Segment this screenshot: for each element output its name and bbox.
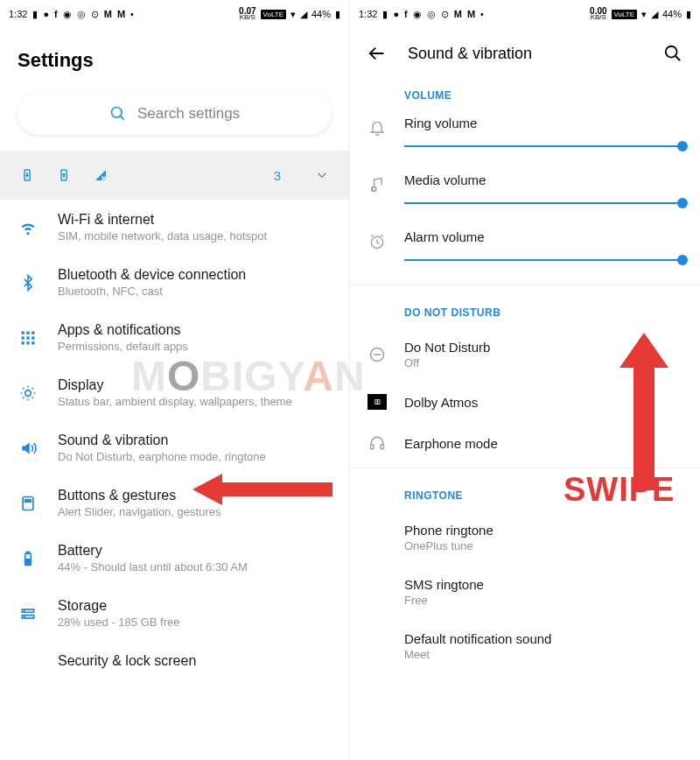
- app-icon-m1: M: [454, 9, 462, 19]
- item-dolby-atmos[interactable]: ▯▯ Dolby Atmos: [350, 382, 700, 422]
- item-title: Default notification sound: [404, 631, 682, 646]
- svg-rect-7: [22, 336, 24, 339]
- item-battery[interactable]: Battery44% - Should last until about 6:3…: [0, 531, 349, 586]
- svg-point-0: [111, 108, 122, 118]
- svg-rect-30: [371, 445, 374, 449]
- svg-rect-4: [22, 331, 24, 334]
- item-title: Dolby Atmos: [404, 395, 682, 410]
- svg-rect-15: [25, 499, 28, 502]
- svg-rect-18: [26, 552, 29, 553]
- battery-status-icon: ▮: [382, 9, 388, 20]
- item-wifi-internet[interactable]: Wi-Fi & internetSIM, mobile network, dat…: [0, 200, 349, 255]
- battery-icon: ▮: [335, 9, 340, 20]
- item-title: Wi-Fi & internet: [58, 212, 332, 228]
- svg-rect-31: [381, 445, 383, 449]
- app-icon: ⊙: [91, 9, 99, 20]
- item-title: Sound & vibration: [58, 433, 332, 448]
- item-default-notification[interactable]: Default notification soundMeet: [350, 619, 700, 673]
- svg-rect-8: [26, 336, 29, 339]
- item-title: Earphone mode: [404, 436, 682, 451]
- item-title: Storage: [58, 598, 332, 614]
- item-title: Display: [58, 377, 332, 393]
- alarm-volume-slider[interactable]: [404, 255, 682, 265]
- item-sub: Free: [404, 594, 682, 607]
- chevron-down-icon[interactable]: [314, 167, 330, 183]
- alarm-icon: [368, 233, 386, 250]
- battery-percent: 44%: [662, 9, 682, 19]
- item-title: Phone ringtone: [404, 523, 682, 538]
- svg-rect-19: [26, 559, 31, 564]
- item-title: Do Not Disturb: [404, 340, 682, 355]
- item-sub: Meet: [404, 648, 682, 661]
- instagram-icon: ◎: [427, 9, 436, 20]
- svg-rect-5: [26, 331, 29, 334]
- spotify-icon: ●: [393, 9, 399, 19]
- item-title: Apps & notifications: [58, 322, 332, 338]
- signal-icon: ◢: [300, 9, 307, 20]
- item-phone-ringtone[interactable]: Phone ringtoneOnePlus tune: [350, 510, 700, 565]
- svg-line-25: [676, 56, 681, 61]
- item-storage[interactable]: Storage28% used - 185 GB free: [0, 586, 349, 641]
- data-speed: 0.07KB/S: [239, 8, 256, 20]
- ring-volume-row: Ring volume: [350, 110, 700, 167]
- item-title: Security & lock screen: [58, 653, 332, 669]
- svg-rect-6: [32, 331, 34, 334]
- search-placeholder: Search settings: [137, 105, 240, 123]
- item-earphone-mode[interactable]: Earphone mode: [350, 422, 700, 464]
- suggestions-bar[interactable]: 3: [0, 151, 349, 200]
- signal-off-icon: [93, 167, 108, 183]
- item-sub: Permissions, default apps: [58, 340, 332, 353]
- back-icon[interactable]: [368, 44, 387, 63]
- app-icon-m2: M: [467, 9, 475, 19]
- app-icon-m1: M: [104, 9, 112, 19]
- brightness-icon: [19, 384, 37, 402]
- item-display[interactable]: DisplayStatus bar, ambient display, wall…: [0, 365, 349, 420]
- alarm-volume-row: Alarm volume: [350, 224, 700, 281]
- section-ringtone: RINGTONE: [350, 468, 700, 510]
- item-sub: OnePlus tune: [404, 539, 682, 552]
- item-sub: Bluetooth, NFC, cast: [58, 285, 332, 298]
- item-sub: Alert Slider, navigation, gestures: [58, 505, 332, 518]
- item-sms-ringtone[interactable]: SMS ringtoneFree: [350, 565, 700, 619]
- item-buttons-gestures[interactable]: Buttons & gesturesAlert Slider, navigati…: [0, 475, 349, 531]
- bluetooth-icon: [19, 274, 37, 292]
- item-sub: 44% - Should last until about 6:30 AM: [58, 560, 332, 574]
- battery-up-icon: [56, 167, 72, 183]
- media-volume-row: Media volume: [350, 167, 700, 224]
- section-dnd: DO NOT DISTURB: [350, 285, 700, 327]
- svg-rect-14: [23, 496, 33, 510]
- page-title: Settings: [0, 25, 349, 93]
- status-bar: 1:32 ▮ ● f ◉ ◎ ⊙ M M • 0.00KB/S VoLTE ▾ …: [350, 0, 700, 25]
- svg-rect-9: [32, 336, 34, 339]
- clock: 1:32: [9, 9, 27, 19]
- messenger-icon: ◉: [413, 9, 422, 20]
- item-sub: Off: [404, 356, 682, 369]
- item-sound-vibration[interactable]: Sound & vibrationDo Not Disturb, earphon…: [0, 420, 349, 475]
- dnd-icon: [368, 346, 386, 363]
- more-icon: •: [130, 9, 134, 19]
- search-settings[interactable]: Search settings: [18, 93, 332, 135]
- sound-icon: [19, 440, 37, 457]
- item-title: Battery: [58, 543, 332, 559]
- volte-badge: VoLTE: [261, 10, 286, 19]
- more-icon: •: [480, 9, 484, 19]
- item-apps-notifications[interactable]: Apps & notificationsPermissions, default…: [0, 310, 349, 365]
- svg-rect-16: [29, 499, 32, 502]
- item-do-not-disturb[interactable]: Do Not DisturbOff: [350, 327, 700, 382]
- headphones-icon: [368, 434, 386, 452]
- ring-volume-slider[interactable]: [404, 141, 682, 151]
- svg-point-22: [24, 610, 24, 611]
- media-volume-slider[interactable]: [404, 198, 682, 208]
- app-bar: Sound & vibration: [350, 25, 700, 68]
- item-title: Buttons & gestures: [58, 488, 332, 503]
- search-icon[interactable]: [663, 44, 682, 63]
- spotify-icon: ●: [43, 9, 49, 19]
- volume-label: Media volume: [404, 172, 682, 187]
- facebook-icon: f: [54, 9, 58, 19]
- battery-icon: ▮: [686, 9, 691, 20]
- svg-point-24: [666, 46, 677, 58]
- item-bluetooth[interactable]: Bluetooth & device connectionBluetooth, …: [0, 255, 349, 310]
- data-speed: 0.00KB/S: [590, 8, 606, 20]
- item-security[interactable]: Security & lock screen: [0, 641, 349, 671]
- item-sub: 28% used - 185 GB free: [58, 616, 332, 629]
